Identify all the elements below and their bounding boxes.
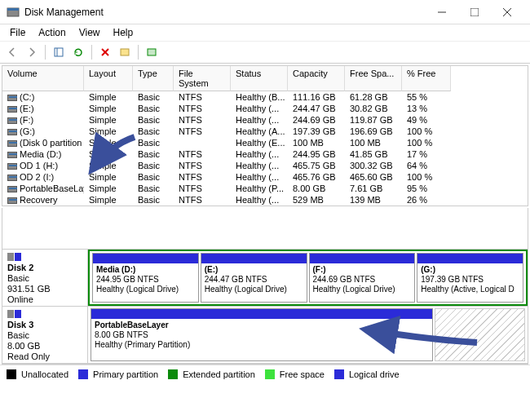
- col-layout[interactable]: Layout: [84, 66, 133, 91]
- svg-rect-6: [55, 48, 63, 56]
- volume-row[interactable]: (G:)SimpleBasicNTFSHealthy (A...197.39 G…: [2, 126, 528, 137]
- volume-row[interactable]: PortableBaseLayerSimpleBasicNTFSHealthy …: [2, 183, 528, 194]
- partition-portablebaselayer[interactable]: PortableBaseLayer8.00 GB NTFSHealthy (Pr…: [91, 308, 433, 361]
- disk-3-label: Disk 3 Basic 8.00 GB Read Only: [2, 307, 88, 363]
- volume-row[interactable]: Media (D:)SimpleBasicNTFSHealthy (...244…: [2, 148, 528, 160]
- refresh-button[interactable]: [69, 43, 87, 61]
- maximize-button[interactable]: [458, 0, 491, 24]
- partition[interactable]: (G:)197.39 GB NTFSHealthy (Active, Logic…: [417, 253, 523, 303]
- partition[interactable]: Media (D:)244.95 GB NTFSHealthy (Logical…: [92, 253, 199, 303]
- volume-list[interactable]: Volume Layout Type File System Status Ca…: [2, 65, 528, 206]
- drive-icon: [7, 95, 17, 101]
- swatch-logical: [334, 369, 344, 379]
- settings-button[interactable]: [50, 43, 68, 61]
- minimize-button[interactable]: [426, 0, 458, 24]
- volume-row[interactable]: (C:)SimpleBasicNTFSHealthy (B...111.16 G…: [2, 91, 528, 103]
- svg-rect-3: [470, 8, 479, 16]
- col-type[interactable]: Type: [133, 66, 174, 91]
- disk-2-partitions: Media (D:)244.95 GB NTFSHealthy (Logical…: [88, 250, 528, 306]
- svg-rect-10: [121, 49, 129, 55]
- app-icon: [7, 6, 20, 19]
- drive-icon: [7, 197, 17, 204]
- menu-view[interactable]: View: [73, 25, 107, 40]
- disk-row-3[interactable]: Disk 3 Basic 8.00 GB Read Only PortableB…: [2, 307, 528, 364]
- col-volume[interactable]: Volume: [2, 66, 84, 91]
- menu-help[interactable]: Help: [107, 25, 140, 40]
- properties-button[interactable]: [116, 43, 134, 61]
- unallocated-space[interactable]: [435, 308, 525, 361]
- volume-row[interactable]: (Disk 0 partition 2)SimpleBasicHealthy (…: [2, 137, 528, 148]
- col-fs[interactable]: File System: [174, 66, 231, 91]
- drive-icon: [7, 186, 17, 192]
- disk-3-partitions: PortableBaseLayer8.00 GB NTFSHealthy (Pr…: [88, 307, 528, 363]
- volume-header-row: Volume Layout Type File System Status Ca…: [2, 66, 528, 91]
- disk-graphic-pane[interactable]: Disk 2 Basic 931.51 GB Online Media (D:)…: [2, 249, 528, 365]
- col-pct[interactable]: % Free: [402, 66, 451, 91]
- forward-button[interactable]: [23, 43, 41, 61]
- volume-row[interactable]: OD 2 (I:)SimpleBasicNTFSHealthy (...465.…: [2, 171, 528, 183]
- volume-row[interactable]: (F:)SimpleBasicNTFSHealthy (...244.69 GB…: [2, 114, 528, 126]
- col-free[interactable]: Free Spa...: [345, 66, 402, 91]
- menu-file[interactable]: File: [3, 25, 32, 40]
- window-title: Disk Management: [24, 7, 426, 18]
- volume-row[interactable]: (E:)SimpleBasicNTFSHealthy (...244.47 GB…: [2, 103, 528, 114]
- drive-icon: [7, 140, 17, 147]
- partition[interactable]: (E:)244.47 GB NTFSHealthy (Logical Drive…: [201, 253, 307, 303]
- toolbar: [0, 41, 530, 64]
- back-button[interactable]: [3, 43, 21, 61]
- disk-row-2[interactable]: Disk 2 Basic 931.51 GB Online Media (D:)…: [2, 250, 528, 307]
- drive-icon: [7, 117, 17, 124]
- swatch-unallocated: [7, 369, 16, 379]
- menubar: File Action View Help: [0, 24, 530, 41]
- menu-action[interactable]: Action: [32, 25, 72, 40]
- drive-icon: [7, 175, 17, 181]
- titlebar: Disk Management: [0, 0, 530, 24]
- legend: Unallocated Primary partition Extended p…: [0, 365, 530, 382]
- drive-icon: [7, 152, 17, 158]
- volume-row[interactable]: RecoverySimpleBasicNTFSHealthy (...529 M…: [2, 194, 528, 206]
- drive-icon: [7, 106, 17, 113]
- svg-rect-1: [7, 8, 19, 11]
- disk-2-label: Disk 2 Basic 931.51 GB Online: [2, 250, 88, 306]
- drive-icon: [7, 129, 17, 135]
- help-button[interactable]: [143, 43, 161, 61]
- partition[interactable]: (F:)244.69 GB NTFSHealthy (Logical Drive…: [309, 253, 416, 303]
- drive-icon: [7, 163, 17, 170]
- svg-rect-11: [148, 49, 156, 55]
- swatch-extended: [168, 369, 178, 379]
- col-status[interactable]: Status: [231, 66, 288, 91]
- delete-button[interactable]: [96, 43, 114, 61]
- swatch-free: [265, 369, 275, 379]
- swatch-primary: [78, 369, 88, 379]
- col-capacity[interactable]: Capacity: [288, 66, 345, 91]
- close-button[interactable]: [491, 0, 523, 24]
- volume-row[interactable]: OD 1 (H:)SimpleBasicNTFSHealthy (...465.…: [2, 160, 528, 171]
